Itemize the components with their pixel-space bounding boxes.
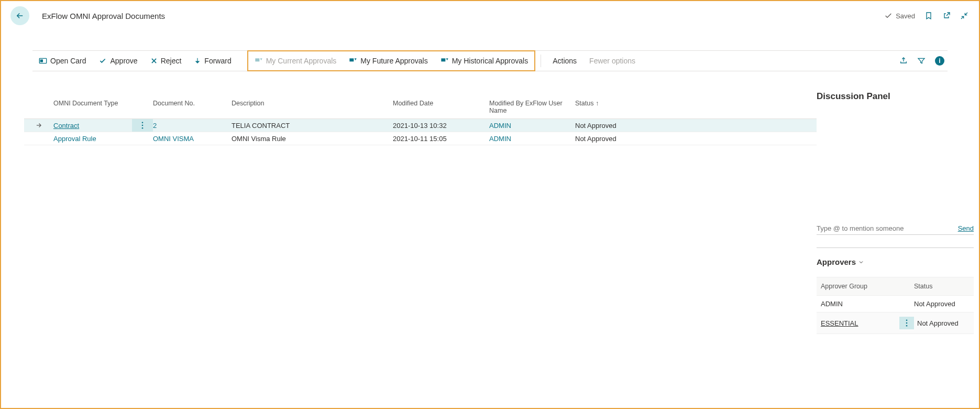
doc-no-link[interactable]: OMNI VISMA bbox=[153, 135, 194, 143]
my-future-approvals-button[interactable]: My Future Approvals bbox=[343, 51, 434, 70]
col-header-description[interactable]: Description bbox=[232, 100, 393, 114]
approver-status-cell: Not Approved bbox=[914, 300, 974, 308]
popout-icon[interactable] bbox=[942, 12, 951, 20]
approvers-header-row: Approver Group Status bbox=[817, 277, 974, 296]
check-icon bbox=[98, 57, 107, 64]
row-actions-button[interactable] bbox=[132, 119, 153, 132]
share-icon[interactable] bbox=[899, 57, 908, 65]
filter-historical-icon bbox=[441, 57, 449, 64]
back-button[interactable] bbox=[10, 6, 29, 25]
svg-point-10 bbox=[906, 325, 908, 327]
collapse-icon[interactable] bbox=[960, 12, 968, 20]
svg-point-5 bbox=[142, 122, 144, 123]
comment-input-row: Send bbox=[817, 224, 974, 235]
filter-future-icon bbox=[349, 57, 357, 64]
filter-icon[interactable] bbox=[917, 57, 926, 65]
fewer-options-label: Fewer options bbox=[589, 57, 635, 65]
reject-button[interactable]: Reject bbox=[144, 51, 188, 71]
open-card-button[interactable]: Open Card bbox=[32, 51, 92, 71]
arrow-left-icon bbox=[15, 11, 25, 20]
doc-no-link[interactable]: 2 bbox=[153, 122, 157, 130]
approve-button[interactable]: Approve bbox=[92, 51, 144, 71]
approver-row[interactable]: ESSENTIAL Not Approved bbox=[817, 313, 974, 334]
cell-description: TELIA CONTRACT bbox=[232, 122, 393, 130]
svg-point-6 bbox=[142, 125, 144, 126]
bookmark-icon[interactable] bbox=[924, 12, 933, 20]
svg-point-8 bbox=[906, 319, 908, 321]
col-header-status[interactable]: Status ↑ bbox=[575, 100, 643, 114]
forward-button[interactable]: Forward bbox=[188, 51, 237, 71]
col-header-modified-date[interactable]: Modified Date bbox=[393, 100, 489, 114]
cell-status: Not Approved bbox=[575, 135, 643, 143]
saved-label: Saved bbox=[896, 12, 915, 20]
my-historical-label: My Historical Approvals bbox=[452, 57, 528, 65]
col-header-approver-group[interactable]: Approver Group bbox=[821, 283, 914, 290]
cell-modified-date: 2021-10-11 15:05 bbox=[393, 135, 489, 143]
approver-status-cell: Not Approved bbox=[917, 319, 974, 327]
action-toolbar: Open Card Approve Reject Forward bbox=[32, 50, 948, 71]
side-divider bbox=[817, 247, 974, 248]
cell-status: Not Approved bbox=[575, 122, 643, 130]
info-icon[interactable]: i bbox=[935, 56, 944, 66]
table-row[interactable]: Contract 2 TELIA CONTRACT 2021-10-13 10:… bbox=[24, 119, 817, 132]
toolbar-separator bbox=[541, 55, 541, 67]
forward-label: Forward bbox=[204, 57, 231, 65]
svg-rect-3 bbox=[350, 58, 354, 61]
main-content: OMNI Document Type Document No. Descript… bbox=[1, 71, 817, 408]
table-header-row: OMNI Document Type Document No. Descript… bbox=[24, 71, 817, 119]
page-header: ExFlow OMNI Approval Documents Saved bbox=[1, 1, 979, 30]
table-row[interactable]: Approval Rule OMNI VISMA OMNI Visma Rule… bbox=[24, 132, 817, 145]
approver-row[interactable]: ADMIN Not Approved bbox=[817, 296, 974, 313]
reject-label: Reject bbox=[161, 57, 182, 65]
fewer-options-button[interactable]: Fewer options bbox=[583, 51, 642, 71]
col-header-approver-status[interactable]: Status bbox=[914, 283, 974, 290]
approver-group-link[interactable]: ADMIN bbox=[821, 300, 843, 308]
actions-label: Actions bbox=[553, 57, 577, 65]
approval-filter-group: My Current Approvals My Future Approvals… bbox=[247, 50, 536, 71]
approvers-title-label: Approvers bbox=[817, 257, 856, 266]
kebab-icon bbox=[906, 319, 908, 327]
x-icon bbox=[150, 57, 158, 64]
modified-by-link[interactable]: ADMIN bbox=[489, 122, 511, 130]
my-future-label: My Future Approvals bbox=[360, 57, 427, 65]
open-card-label: Open Card bbox=[50, 57, 86, 65]
send-button[interactable]: Send bbox=[958, 224, 974, 232]
arrow-right-icon bbox=[35, 122, 42, 129]
checkmark-icon bbox=[884, 12, 893, 20]
comment-input[interactable] bbox=[817, 224, 954, 232]
svg-rect-2 bbox=[255, 58, 259, 61]
cell-description: OMNI Visma Rule bbox=[232, 135, 393, 143]
approvers-section-header[interactable]: Approvers bbox=[817, 257, 974, 266]
arrow-down-icon bbox=[194, 57, 201, 64]
svg-point-7 bbox=[142, 127, 144, 129]
chevron-down-icon bbox=[858, 259, 864, 265]
svg-rect-1 bbox=[40, 60, 42, 62]
card-icon bbox=[39, 57, 47, 64]
doc-type-link[interactable]: Contract bbox=[53, 122, 79, 130]
approver-group-link[interactable]: ESSENTIAL bbox=[821, 319, 858, 327]
cell-modified-date: 2021-10-13 10:32 bbox=[393, 122, 489, 130]
approver-row-actions[interactable] bbox=[899, 317, 914, 329]
actions-menu[interactable]: Actions bbox=[546, 51, 583, 71]
side-panel: Discussion Panel Send Approvers Approver… bbox=[817, 71, 979, 408]
col-header-doc-no[interactable]: Document No. bbox=[153, 100, 232, 114]
approve-label: Approve bbox=[110, 57, 137, 65]
filter-current-icon bbox=[255, 57, 263, 64]
kebab-icon bbox=[141, 122, 144, 129]
discussion-panel-title: Discussion Panel bbox=[817, 91, 974, 102]
doc-type-link[interactable]: Approval Rule bbox=[53, 135, 96, 143]
my-historical-approvals-button[interactable]: My Historical Approvals bbox=[434, 51, 535, 70]
my-current-label: My Current Approvals bbox=[266, 57, 337, 65]
col-header-modified-by[interactable]: Modified By ExFlow User Name bbox=[489, 100, 575, 114]
row-selected-indicator bbox=[24, 122, 53, 129]
approvers-table: Approver Group Status ADMIN Not Approved… bbox=[817, 277, 974, 334]
svg-rect-4 bbox=[441, 58, 445, 61]
saved-indicator: Saved bbox=[884, 12, 915, 20]
my-current-approvals-button[interactable]: My Current Approvals bbox=[248, 51, 343, 70]
svg-point-9 bbox=[906, 322, 908, 324]
page-title: ExFlow OMNI Approval Documents bbox=[42, 12, 165, 20]
col-header-doc-type[interactable]: OMNI Document Type bbox=[53, 100, 132, 114]
modified-by-link[interactable]: ADMIN bbox=[489, 135, 511, 143]
